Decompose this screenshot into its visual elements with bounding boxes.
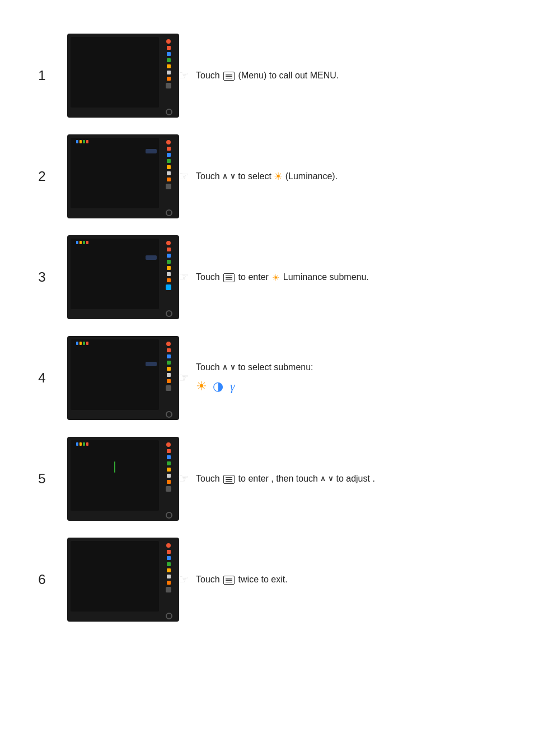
finger-icon: ☞ bbox=[178, 371, 189, 385]
monitor-dot bbox=[166, 140, 171, 144]
sidebar-icon bbox=[167, 461, 171, 465]
menu-line bbox=[226, 481, 232, 482]
highlight-row bbox=[146, 255, 157, 260]
caret-up: ∧ bbox=[222, 363, 230, 371]
monitor-power bbox=[166, 512, 172, 519]
sidebar-icon bbox=[167, 361, 171, 365]
finger-icon: ☞ bbox=[178, 270, 189, 284]
sidebar-icon bbox=[167, 178, 171, 181]
step-5-number: 5 bbox=[34, 471, 50, 487]
monitor-power bbox=[166, 411, 172, 418]
step-1-text-prefix: Touch bbox=[196, 71, 220, 80]
screen-menu-bar bbox=[76, 442, 88, 446]
finger-icon: ☞ bbox=[178, 472, 189, 486]
step-3-text-prefix: Touch bbox=[196, 272, 220, 282]
submenu-gamma-icon: γ bbox=[230, 376, 235, 396]
menu-indicator bbox=[76, 140, 78, 143]
sidebar-icon bbox=[167, 165, 171, 169]
step-6-desc: Touch twice to exit. bbox=[196, 572, 500, 587]
submenu-contrast-icon: ◑ bbox=[213, 376, 223, 396]
sidebar-icon bbox=[167, 77, 171, 81]
menu-icon-5 bbox=[223, 475, 235, 484]
sidebar-icon bbox=[167, 373, 171, 377]
sidebar-icon bbox=[167, 64, 171, 68]
finger-icon: ☞ bbox=[178, 572, 189, 587]
sidebar-icon bbox=[167, 71, 171, 74]
step-2-monitor: ☞ bbox=[67, 134, 179, 218]
step-2-number: 2 bbox=[34, 169, 50, 184]
step-6-number: 6 bbox=[34, 572, 50, 587]
step-4-row: 4 bbox=[34, 336, 500, 420]
step-2-row: 2 bbox=[34, 134, 500, 218]
sidebar-icon bbox=[167, 254, 171, 258]
menu-indicator bbox=[79, 442, 82, 446]
sidebar-icon bbox=[167, 278, 171, 282]
step-5-text-middle: to enter , then touch bbox=[238, 474, 321, 483]
step-4-number: 4 bbox=[34, 370, 50, 386]
sidebar-icon bbox=[167, 575, 171, 578]
menu-indicator bbox=[83, 442, 85, 446]
menu-line bbox=[226, 580, 232, 581]
caret-up: ∧ bbox=[222, 172, 230, 180]
sidebar-icon bbox=[167, 272, 171, 276]
menu-line bbox=[226, 276, 232, 277]
sidebar-icon bbox=[167, 266, 171, 270]
sidebar-icon bbox=[167, 52, 171, 56]
sidebar-icon bbox=[167, 348, 171, 352]
step-4-submenu-icons: ☀ ◑ γ bbox=[196, 376, 500, 396]
menu-icon-1 bbox=[223, 72, 235, 81]
monitor-power bbox=[166, 109, 172, 115]
menu-lines bbox=[226, 578, 232, 583]
step-4-text-prefix: Touch bbox=[196, 362, 220, 372]
sidebar-icon bbox=[167, 171, 171, 175]
submenu-brightness-icon: ☀ bbox=[196, 376, 207, 396]
monitor-btn bbox=[166, 184, 171, 189]
menu-indicator bbox=[79, 140, 82, 143]
menu-indicator bbox=[83, 342, 85, 345]
step-4-line1: Touch ∧ ∨ to select submenu: bbox=[196, 360, 500, 375]
menu-indicator bbox=[83, 140, 85, 143]
sidebar-icon bbox=[167, 58, 171, 62]
finger-icon: ☞ bbox=[178, 68, 189, 83]
step-5-text-prefix: Touch bbox=[196, 474, 220, 483]
menu-lines bbox=[226, 276, 232, 281]
menu-line bbox=[226, 279, 232, 281]
sidebar-icon bbox=[167, 480, 171, 484]
monitor-btn bbox=[166, 284, 171, 290]
highlight-row bbox=[146, 362, 157, 366]
luminance-sun-icon-3: ☀ bbox=[272, 271, 279, 284]
step-3-desc: Touch to enter ☀ Luminance submenu. bbox=[196, 270, 500, 284]
step-1-monitor: ☞ bbox=[67, 34, 179, 118]
menu-icon-3 bbox=[223, 273, 235, 282]
sidebar-icon bbox=[167, 260, 171, 264]
monitor-dot bbox=[166, 241, 171, 245]
step-1-number: 1 bbox=[34, 68, 50, 83]
sidebar-icon bbox=[167, 379, 171, 383]
step-5-text-extra: to adjust . bbox=[336, 474, 374, 483]
sidebar-icon bbox=[167, 568, 171, 572]
step-2-desc: Touch ∧ ∨ to select ☀ (Luminance). bbox=[196, 169, 500, 185]
caret-down-5: ∨ bbox=[328, 475, 334, 483]
step-6-monitor: ☞ bbox=[67, 538, 179, 622]
sidebar-icon bbox=[167, 354, 171, 358]
sidebar-icon bbox=[167, 147, 171, 151]
caret-down: ∨ bbox=[230, 363, 236, 371]
step-1-text-suffix: (Menu) to call out MENU. bbox=[238, 71, 339, 80]
monitor-dot bbox=[166, 543, 171, 548]
step-6-text-suffix: twice to exit. bbox=[238, 575, 288, 584]
caret-down: ∨ bbox=[230, 172, 236, 180]
menu-line bbox=[226, 76, 232, 77]
menu-line bbox=[226, 78, 232, 79]
sidebar-icon bbox=[167, 562, 171, 566]
monitor-dot bbox=[166, 442, 171, 447]
menu-line bbox=[226, 582, 232, 583]
sidebar-icon bbox=[167, 46, 171, 50]
menu-line bbox=[226, 277, 232, 278]
sidebar-icon bbox=[167, 455, 171, 459]
sidebar-icon bbox=[167, 159, 171, 163]
menu-lines bbox=[226, 477, 232, 482]
menu-icon-6 bbox=[223, 576, 235, 585]
brightness-bar bbox=[114, 461, 115, 473]
menu-indicator bbox=[79, 342, 82, 345]
sidebar-icon bbox=[167, 153, 171, 157]
